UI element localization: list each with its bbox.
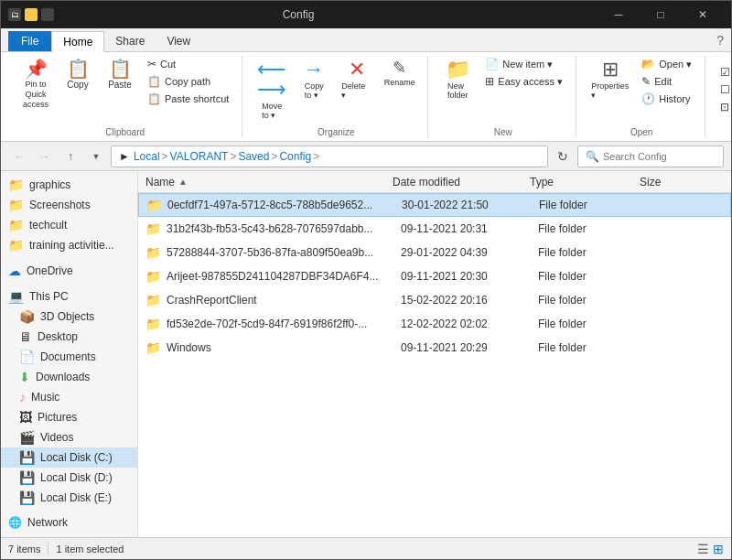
sidebar-item-downloads[interactable]: ⬇ Downloads (1, 367, 137, 387)
ribbon-group-select: ☑ Select all ☐ Select none ⊡ Invert sele… (707, 56, 732, 137)
history-label: History (659, 93, 690, 104)
delete-label: Delete ▾ (341, 81, 371, 100)
easy-access-icon: ⊞ (485, 75, 494, 88)
sidebar-item-videos[interactable]: 🎬 Videos (1, 427, 137, 447)
file-row-5[interactable]: 📁 fd53e2de-702f-5cd9-84f7-6919f86f2ff0-.… (138, 312, 731, 336)
sidebar-item-music[interactable]: ♪ Music (1, 387, 137, 407)
sidebar-item-graphics[interactable]: 📁 graphics (1, 175, 137, 195)
sidebar-item-documents[interactable]: 📄 Documents (1, 347, 137, 367)
minimize-button[interactable]: ─ (597, 1, 640, 28)
file-row-3[interactable]: 📁 Arijeet-987855D241104287DBF34DA6F4... … (138, 264, 731, 288)
sidebar-item-training[interactable]: 📁 training activitie... (1, 235, 137, 255)
column-date[interactable]: Date modified (393, 176, 530, 188)
sidebar-item-screenshots[interactable]: 📁 Screenshots (1, 195, 137, 215)
select-all-button[interactable]: ☑ Select all (715, 64, 732, 81)
address-saved[interactable]: Saved (238, 150, 269, 163)
up-button[interactable]: ↑ (59, 145, 81, 167)
file-date-5: 12-02-2022 02:02 (401, 318, 538, 330)
sidebar-label-documents: Documents (40, 350, 96, 363)
address-config[interactable]: Config (279, 150, 311, 163)
move-to-button[interactable]: ⟵⟶ Moveto ▾ (252, 56, 292, 124)
paste-label: Paste (108, 80, 132, 90)
view-toggle-area: ☰ ⊞ (697, 542, 724, 556)
sidebar-item-network[interactable]: 🌐 Network (1, 513, 137, 532)
folder-icon-2: 📁 (145, 245, 161, 260)
sidebar-item-desktop[interactable]: 🖥 Desktop (1, 327, 137, 347)
new-item-button[interactable]: 📄 New item ▾ (479, 56, 568, 72)
tab-home[interactable]: Home (51, 31, 104, 52)
tab-share[interactable]: Share (104, 31, 156, 51)
sidebar-item-local-e[interactable]: 💾 Local Disk (E:) (1, 488, 137, 508)
file-type-0: File folder (539, 199, 649, 211)
back-button[interactable]: ← (8, 145, 30, 167)
column-type[interactable]: Type (530, 176, 640, 188)
sidebar-label-network: Network (27, 516, 68, 529)
sidebar-item-thispc[interactable]: 💻 This PC (1, 286, 137, 307)
sidebar-item-techcult[interactable]: 📁 techcult (1, 215, 137, 235)
address-valorant[interactable]: VALORANT (170, 150, 229, 163)
disk-e-icon: 💾 (19, 490, 35, 505)
column-name[interactable]: Name ▲ (145, 176, 393, 188)
edit-button[interactable]: ✎ Edit (636, 73, 697, 90)
select-buttons: ☑ Select all ☐ Select none ⊡ Invert sele… (715, 56, 732, 124)
close-button[interactable]: ✕ (682, 1, 724, 28)
file-name-6: Windows (167, 341, 401, 354)
sidebar-label-training: training activitie... (29, 239, 114, 252)
sidebar-label-pictures: Pictures (38, 411, 77, 424)
sidebar-item-pictures[interactable]: 🖼 Pictures (1, 407, 137, 427)
cut-button[interactable]: ✂ Cut (142, 56, 234, 72)
folder-icon: 📁 (8, 178, 24, 192)
view-list-icon[interactable]: ☰ (697, 542, 709, 556)
file-row-2[interactable]: 📁 57288844-3707-5b36-87fa-a809f50ea9b...… (138, 241, 731, 264)
address-input[interactable]: ► Local > VALORANT > Saved > Config > (111, 145, 548, 167)
copy-path-label: Copy path (165, 76, 210, 87)
pin-icon: 📌 (25, 59, 48, 78)
column-size[interactable]: Size (640, 176, 724, 188)
file-name-4: CrashReportClient (167, 294, 401, 307)
easy-access-label: Easy access ▾ (498, 76, 563, 88)
view-grid-icon[interactable]: ⊞ (713, 542, 724, 556)
main-content: 📁 graphics 📁 Screenshots 📁 techcult 📁 tr… (1, 171, 731, 537)
file-row-6[interactable]: 📁 Windows 09-11-2021 20:29 File folder (138, 336, 731, 360)
sidebar: 📁 graphics 📁 Screenshots 📁 techcult 📁 tr… (1, 171, 138, 537)
delete-button[interactable]: ✕ Delete ▾ (336, 56, 377, 103)
paste-shortcut-button[interactable]: 📋 Paste shortcut (142, 91, 234, 107)
file-row-0[interactable]: 📁 0ecfdf71-497a-5712-8cc5-788b5de9652...… (138, 193, 731, 217)
tab-view[interactable]: View (156, 31, 201, 51)
pc-icon: 💻 (8, 289, 24, 304)
search-input[interactable] (603, 151, 716, 162)
easy-access-button[interactable]: ⊞ Easy access ▾ (479, 73, 568, 90)
properties-button[interactable]: ⊞ Properties ▾ (586, 56, 634, 103)
paste-icon: 📋 (109, 59, 132, 78)
file-type-4: File folder (538, 294, 648, 307)
tab-file[interactable]: File (8, 31, 51, 51)
pin-to-quick-access-button[interactable]: 📌 Pin to Quickaccess (16, 56, 56, 113)
new-folder-button[interactable]: 📁 Newfolder (437, 56, 478, 103)
select-none-button[interactable]: ☐ Select none (715, 81, 732, 98)
copy-button[interactable]: 📋 Copy (58, 56, 98, 93)
file-row-4[interactable]: 📁 CrashReportClient 15-02-2022 20:16 Fil… (138, 288, 731, 312)
invert-selection-button[interactable]: ⊡ Invert selection (715, 99, 732, 115)
sidebar-item-local-c[interactable]: 💾 Local Disk (C:) (1, 447, 137, 468)
sidebar-item-onedrive[interactable]: ☁ OneDrive (1, 261, 137, 281)
copy-to-button[interactable]: → Copyto ▾ (294, 56, 334, 103)
sidebar-label-3dobjects: 3D Objects (40, 310, 94, 323)
clipboard-small-buttons: ✂ Cut 📋 Copy path 📋 Paste shortcut (142, 56, 234, 107)
maximize-button[interactable]: □ (640, 1, 682, 28)
sidebar-item-3dobjects[interactable]: 📦 3D Objects (1, 307, 137, 327)
paste-button[interactable]: 📋 Paste (100, 56, 140, 93)
address-local[interactable]: Local (134, 150, 160, 163)
open-button[interactable]: 📂 Open ▾ (636, 56, 697, 72)
history-button[interactable]: 🕐 History (636, 91, 697, 107)
help-icon[interactable]: ? (716, 33, 724, 48)
forward-button[interactable]: → (34, 145, 56, 167)
file-row-1[interactable]: 📁 31b2f43b-fb53-5c43-b628-7076597dabb...… (138, 217, 731, 241)
sidebar-item-local-d[interactable]: 💾 Local Disk (D:) (1, 468, 137, 488)
copy-path-button[interactable]: 📋 Copy path (142, 73, 234, 90)
rename-button[interactable]: ✎ Rename (379, 56, 420, 91)
recent-locations-button[interactable]: ▼ (85, 145, 107, 167)
refresh-button[interactable]: ↻ (552, 145, 574, 167)
copy-icon: 📋 (67, 59, 90, 78)
edit-icon: ✎ (641, 75, 651, 88)
copy-path-icon: 📋 (147, 75, 161, 88)
